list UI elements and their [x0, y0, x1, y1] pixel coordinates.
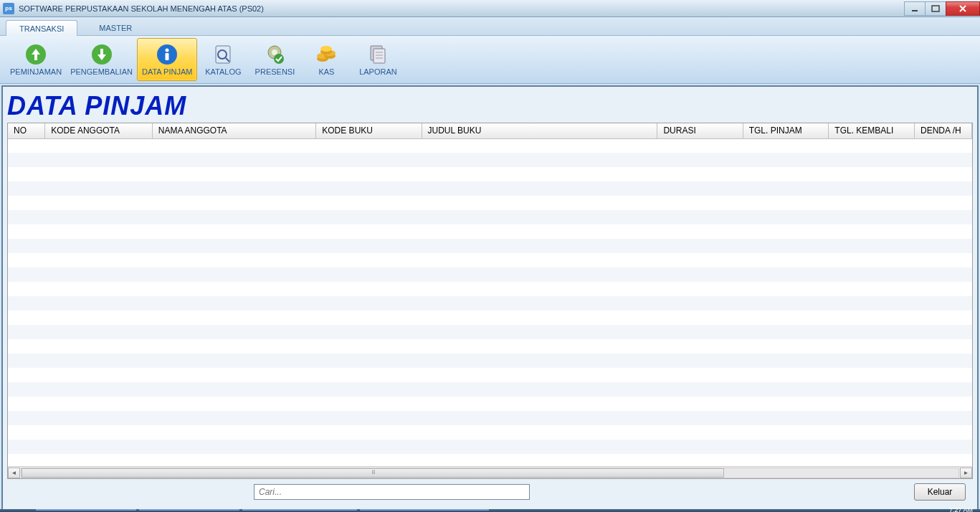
scroll-left-button[interactable]: ◄ — [8, 468, 20, 478]
close-button[interactable] — [946, 1, 980, 16]
window-controls — [905, 1, 980, 16]
table-row[interactable] — [8, 440, 972, 454]
horizontal-scrollbar[interactable]: ◄ ⠿ ► — [8, 466, 972, 478]
tool-label: LAPORAN — [359, 67, 397, 76]
page-title: DATA PINJAM — [7, 91, 973, 121]
taskbar-item[interactable] — [360, 509, 489, 512]
content-area: DATA PINJAM NO KODE ANGGOTA NAMA ANGGOTA… — [1, 85, 979, 511]
table-row[interactable] — [8, 167, 972, 181]
taskbar-item[interactable] — [139, 509, 239, 512]
window-title: SOFTWARE PERPUSTAKAAN SEKOLAH MENENGAH A… — [19, 4, 264, 13]
close-icon — [958, 5, 967, 12]
col-kode-buku[interactable]: KODE BUKU — [316, 123, 422, 138]
search-input[interactable] — [254, 484, 530, 500]
col-no[interactable]: NO — [8, 123, 45, 138]
tool-label: KAS — [318, 67, 334, 76]
table-row[interactable] — [8, 425, 972, 440]
svg-point-5 — [166, 49, 169, 52]
scroll-track[interactable]: ⠿ — [21, 468, 959, 478]
table-row[interactable] — [8, 138, 972, 153]
minimize-button[interactable] — [904, 1, 926, 16]
info-circle-icon — [156, 43, 179, 66]
exit-button[interactable]: Keluar — [914, 483, 966, 501]
svg-rect-20 — [374, 49, 385, 63]
table-row[interactable] — [8, 153, 972, 167]
table-row[interactable] — [8, 296, 972, 310]
documents-icon — [366, 43, 389, 66]
table-row[interactable] — [8, 282, 972, 296]
table-row[interactable] — [8, 382, 972, 397]
svg-rect-0 — [912, 10, 918, 11]
table-row[interactable] — [8, 253, 972, 267]
taskbar-item[interactable] — [242, 509, 357, 512]
col-nama-anggota[interactable]: NAMA ANGGOTA — [152, 123, 316, 138]
maximize-icon — [931, 5, 940, 12]
tool-label: PRESENSI — [255, 67, 295, 76]
tool-label: DATA PINJAM — [142, 67, 193, 76]
table-row[interactable] — [8, 210, 972, 224]
tool-laporan[interactable]: LAPORAN — [352, 38, 404, 81]
tool-pengembalian[interactable]: PENGEMBALIAN — [66, 38, 137, 81]
tab-transaksi[interactable]: TRANSAKSI — [6, 20, 77, 36]
table-row[interactable] — [8, 339, 972, 354]
gear-check-icon — [263, 43, 286, 66]
taskbar-item[interactable] — [36, 509, 136, 512]
tab-master[interactable]: MASTER — [86, 20, 145, 35]
col-tgl-pinjam[interactable]: TGL. PINJAM — [743, 123, 829, 138]
table-row[interactable] — [8, 181, 972, 196]
coins-icon — [315, 43, 338, 66]
tool-label: PENGEMBALIAN — [70, 67, 133, 76]
toolbar: PEMINJAMAN PENGEMBALIAN DATA PINJAM KATA… — [0, 36, 980, 84]
table-row[interactable] — [8, 354, 972, 368]
svg-rect-1 — [932, 6, 939, 11]
table-row[interactable] — [8, 411, 972, 425]
table-row[interactable] — [8, 196, 972, 210]
tool-label: KATALOG — [205, 67, 241, 76]
scroll-thumb[interactable]: ⠿ — [22, 468, 724, 478]
table-row[interactable] — [8, 397, 972, 411]
table-row[interactable] — [8, 368, 972, 382]
arrow-down-circle-icon — [90, 43, 113, 66]
maximize-button[interactable] — [925, 1, 946, 16]
tool-presensi[interactable]: PRESENSI — [249, 38, 300, 81]
table-row[interactable] — [8, 239, 972, 253]
taskbar[interactable]: 7:27 AM — [0, 509, 980, 512]
title-bar: ps SOFTWARE PERPUSTAKAAN SEKOLAH MENENGA… — [0, 0, 980, 17]
table-row[interactable] — [8, 310, 972, 325]
table-row[interactable] — [8, 325, 972, 339]
tool-peminjaman[interactable]: PEMINJAMAN — [6, 38, 66, 81]
tool-kas[interactable]: KAS — [300, 38, 352, 81]
scroll-right-button[interactable]: ► — [960, 468, 972, 478]
footer-row: Keluar — [7, 479, 973, 505]
svg-point-12 — [274, 54, 284, 64]
app-icon: ps — [3, 3, 14, 14]
table-header-row: NO KODE ANGGOTA NAMA ANGGOTA KODE BUKU J… — [8, 123, 972, 138]
col-denda[interactable]: DENDA /H — [915, 123, 972, 138]
tool-data-pinjam[interactable]: DATA PINJAM — [137, 38, 198, 81]
col-tgl-kembali[interactable]: TGL. KEMBALI — [829, 123, 915, 138]
col-durasi[interactable]: DURASI — [657, 123, 743, 138]
tool-katalog[interactable]: KATALOG — [197, 38, 249, 81]
table-row[interactable] — [8, 224, 972, 239]
svg-rect-6 — [166, 53, 169, 60]
data-table[interactable]: NO KODE ANGGOTA NAMA ANGGOTA KODE BUKU J… — [7, 123, 973, 479]
tabs-row: TRANSAKSI MASTER — [0, 17, 980, 36]
minimize-icon — [910, 5, 919, 12]
svg-point-18 — [320, 46, 332, 52]
arrow-up-circle-icon — [24, 43, 47, 66]
search-sheet-icon — [211, 43, 234, 66]
col-judul-buku[interactable]: JUDUL BUKU — [422, 123, 657, 138]
table-row[interactable] — [8, 267, 972, 282]
taskbar-clock: 7:27 AM — [949, 506, 973, 512]
tool-label: PEMINJAMAN — [10, 67, 62, 76]
col-kode-anggota[interactable]: KODE ANGGOTA — [45, 123, 153, 138]
